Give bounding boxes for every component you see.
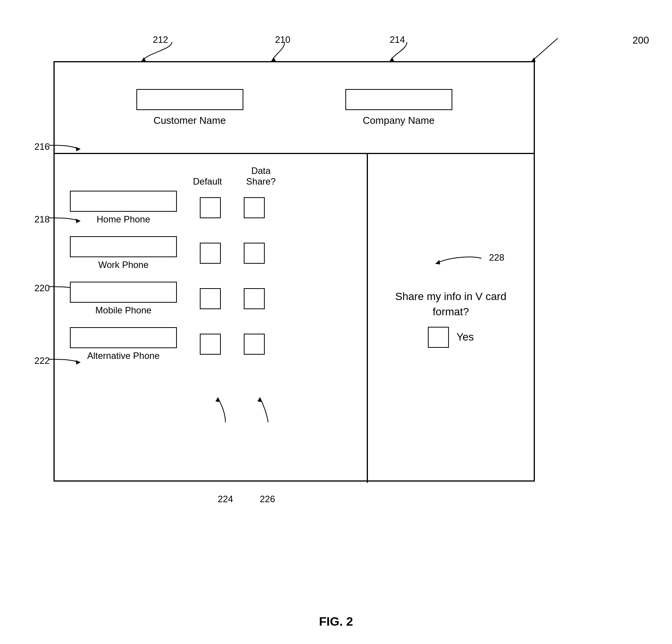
vcard-text: Share my info in V card format? bbox=[383, 289, 518, 319]
mobile-phone-label: Mobile Phone bbox=[70, 305, 177, 316]
mobile-phone-row: Mobile Phone bbox=[70, 282, 351, 316]
home-phone-row: Home Phone bbox=[70, 191, 351, 225]
alternative-phone-datashare-checkbox[interactable] bbox=[244, 334, 265, 355]
alternative-phone-checkboxes bbox=[200, 334, 265, 355]
ref-218-label: 218 bbox=[34, 214, 50, 225]
ref-200-label: 200 bbox=[633, 34, 649, 46]
ref-224-label: 224 bbox=[218, 494, 233, 504]
default-header: Default bbox=[192, 176, 223, 187]
work-phone-checkboxes bbox=[200, 243, 265, 264]
left-col: Default Data Share? Home Phone bbox=[55, 154, 368, 483]
main-box: Customer Name Company Name Default Data … bbox=[53, 61, 535, 482]
diagram-wrapper: 212 210 214 216 218 220 222 224 226 228 bbox=[31, 31, 604, 566]
company-name-input[interactable] bbox=[345, 89, 452, 110]
home-phone-label: Home Phone bbox=[70, 214, 177, 225]
ref-214-label: 214 bbox=[390, 34, 405, 45]
ref-220-label: 220 bbox=[34, 283, 50, 294]
top-section: Customer Name Company Name bbox=[55, 62, 534, 154]
col-headers: Default Data Share? bbox=[70, 165, 351, 187]
right-col: Share my info in V card format? Yes bbox=[368, 154, 534, 483]
company-name-label: Company Name bbox=[363, 115, 435, 127]
ref-212-label: 212 bbox=[153, 34, 168, 45]
mobile-phone-content: Mobile Phone bbox=[70, 282, 177, 316]
company-name-group: Company Name bbox=[345, 89, 452, 127]
work-phone-datashare-checkbox[interactable] bbox=[244, 243, 265, 264]
alternative-phone-default-checkbox[interactable] bbox=[200, 334, 221, 355]
ref-222-label: 222 bbox=[34, 355, 50, 366]
vcard-yes-label: Yes bbox=[457, 331, 474, 343]
work-phone-input[interactable] bbox=[70, 236, 177, 257]
mobile-phone-datashare-checkbox[interactable] bbox=[244, 288, 265, 309]
mobile-phone-input[interactable] bbox=[70, 282, 177, 303]
work-phone-row: Work Phone bbox=[70, 236, 351, 270]
ref-226-label: 226 bbox=[260, 494, 275, 504]
alternative-phone-label: Alternative Phone bbox=[70, 350, 177, 361]
vcard-section: Share my info in V card format? Yes bbox=[383, 289, 518, 347]
alternative-phone-content: Alternative Phone bbox=[70, 327, 177, 361]
home-phone-checkboxes bbox=[200, 197, 265, 218]
ref-216-label: 216 bbox=[34, 141, 50, 152]
data-share-header: Data Share? bbox=[246, 165, 276, 187]
svg-line-0 bbox=[531, 38, 558, 62]
work-phone-default-checkbox[interactable] bbox=[200, 243, 221, 264]
work-phone-label: Work Phone bbox=[70, 260, 177, 270]
vcard-yes-checkbox[interactable] bbox=[428, 327, 449, 348]
mobile-phone-checkboxes bbox=[200, 288, 265, 309]
home-phone-datashare-checkbox[interactable] bbox=[244, 197, 265, 218]
alternative-phone-row: Alternative Phone bbox=[70, 327, 351, 361]
page-container: 200 212 210 214 216 218 220 222 224 226 … bbox=[0, 0, 672, 644]
home-phone-input[interactable] bbox=[70, 191, 177, 212]
alternative-phone-input[interactable] bbox=[70, 327, 177, 348]
vcard-yes-row: Yes bbox=[428, 327, 474, 348]
home-phone-content: Home Phone bbox=[70, 191, 177, 225]
home-phone-default-checkbox[interactable] bbox=[200, 197, 221, 218]
customer-name-input[interactable] bbox=[136, 89, 243, 110]
fig-caption: FIG. 2 bbox=[319, 615, 353, 629]
work-phone-content: Work Phone bbox=[70, 236, 177, 270]
customer-name-group: Customer Name bbox=[136, 89, 243, 127]
ref-210-label: 210 bbox=[275, 34, 290, 45]
bottom-section: Default Data Share? Home Phone bbox=[55, 154, 534, 483]
mobile-phone-default-checkbox[interactable] bbox=[200, 288, 221, 309]
customer-name-label: Customer Name bbox=[154, 115, 226, 127]
